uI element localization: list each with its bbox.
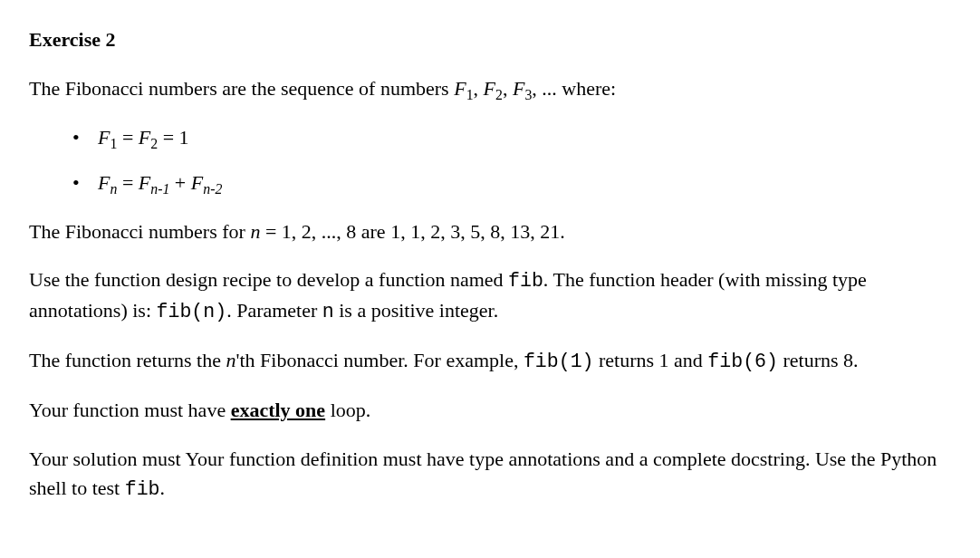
- subscript-2: 2: [150, 136, 158, 151]
- final-text: Your solution must Your function definit…: [29, 447, 937, 499]
- code-fib: fib: [125, 478, 160, 500]
- intro-paragraph: The Fibonacci numbers are the sequence o…: [29, 74, 951, 103]
- equals-one: = 1: [158, 126, 188, 149]
- loop-constraint-paragraph: Your function must have exactly one loop…: [29, 396, 951, 425]
- variable-F: F: [513, 77, 524, 100]
- subscript-1: 1: [466, 87, 474, 102]
- final-text: .: [160, 476, 166, 499]
- variable-F: F: [139, 171, 150, 194]
- design-text: . Parameter: [226, 299, 322, 322]
- code-fib-1: fib(1): [524, 351, 594, 372]
- loop-text: Your function must have: [29, 399, 231, 421]
- list-item: F1 = F2 = 1: [72, 123, 951, 152]
- comma: ,: [503, 77, 513, 100]
- code-fib-6: fib(6): [707, 351, 778, 372]
- plus: +: [169, 171, 190, 194]
- emphasis-exactly-one: exactly one: [231, 399, 325, 421]
- ret-text: returns 1 and: [594, 349, 708, 371]
- variable-n: n: [226, 349, 236, 371]
- loop-text: loop.: [325, 399, 370, 421]
- final-paragraph: Your solution must Your function definit…: [29, 445, 951, 504]
- design-text: is a positive integer.: [334, 299, 498, 322]
- variable-F: F: [139, 126, 150, 149]
- comma: ,: [474, 77, 484, 100]
- equals: =: [117, 171, 138, 194]
- exercise-heading: Exercise 2: [29, 25, 951, 54]
- seq-values: = 1, 2, ..., 8 are 1, 1, 2, 3, 5, 8, 13,…: [260, 220, 564, 243]
- variable-F: F: [98, 171, 110, 194]
- sequence-paragraph: The Fibonacci numbers for n = 1, 2, ...,…: [29, 217, 951, 246]
- ret-text: returns 8.: [778, 349, 859, 371]
- design-text: Use the function design recipe to develo…: [29, 268, 508, 291]
- variable-n: n: [250, 220, 260, 243]
- list-item: Fn = Fn-1 + Fn-2: [72, 168, 951, 197]
- code-fib: fib: [508, 270, 543, 292]
- equals: =: [117, 126, 138, 149]
- design-paragraph: Use the function design recipe to develo…: [29, 265, 951, 326]
- variable-F: F: [484, 77, 495, 100]
- intro-tail: , ... where:: [532, 77, 616, 100]
- ret-text: The function returns the: [29, 349, 226, 371]
- variable-F: F: [191, 171, 203, 194]
- intro-text: The Fibonacci numbers are the sequence o…: [29, 77, 454, 100]
- variable-F: F: [98, 126, 110, 149]
- seq-text: The Fibonacci numbers for: [29, 220, 250, 243]
- code-fib-n: fib(n): [157, 301, 227, 322]
- variable-F: F: [454, 77, 466, 100]
- ret-text: 'th Fibonacci number. For example,: [236, 349, 524, 371]
- definition-list: F1 = F2 = 1 Fn = Fn-1 + Fn-2: [29, 123, 951, 197]
- return-paragraph: The function returns the n'th Fibonacci …: [29, 346, 951, 376]
- subscript-n-minus-1: n-1: [150, 181, 169, 197]
- code-n: n: [322, 301, 334, 322]
- subscript-n-minus-2: n-2: [203, 181, 222, 197]
- subscript-2: 2: [495, 87, 503, 102]
